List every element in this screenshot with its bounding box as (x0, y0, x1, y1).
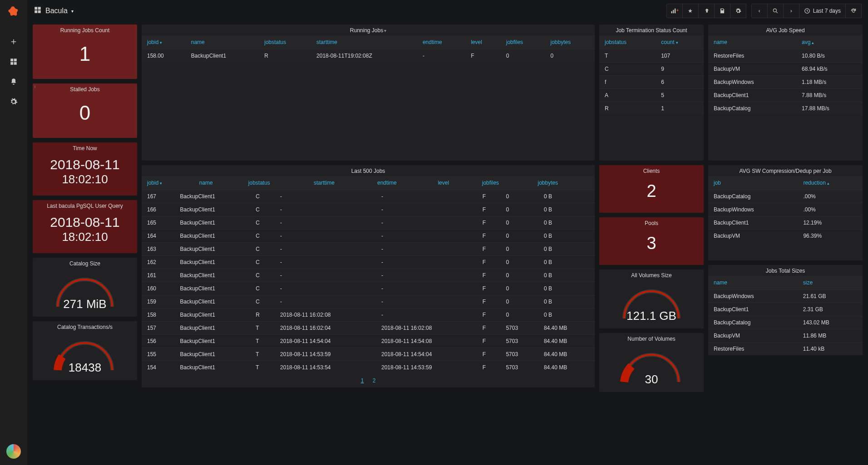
table-row[interactable]: BackupVM11.86 MB (708, 329, 863, 343)
table-row[interactable]: 160BackupClient1C--F00 B (142, 282, 595, 295)
col-size[interactable]: size (798, 276, 863, 290)
panel-title[interactable]: Running Jobs Count (33, 24, 137, 35)
table-row[interactable]: BackupClient17.88 MB/s (708, 89, 863, 102)
nav-settings-icon[interactable] (0, 92, 27, 112)
settings-button[interactable] (730, 4, 746, 18)
table-row[interactable]: BackupCatalog17.88 MB/s (708, 102, 863, 115)
table-row[interactable]: RestoreFiles10.80 B/s (708, 49, 863, 63)
panel-title[interactable]: All Volumes Size (599, 269, 704, 280)
col-jobbytes[interactable]: jobbytes (545, 35, 595, 49)
page-1[interactable]: 1 (357, 377, 368, 384)
add-panel-button[interactable]: + (666, 4, 683, 18)
table-row[interactable]: BackupWindows.00% (708, 203, 863, 216)
table-row[interactable]: 154BackupClient1T2018-08-11 14:53:542018… (142, 361, 595, 374)
panel-title[interactable]: Job Termination Status Count (599, 24, 704, 35)
col-name[interactable]: name (708, 35, 796, 49)
zoom-out-button[interactable] (767, 4, 784, 18)
panel-title[interactable]: AVG SW Compression/Dedup per Job (708, 165, 863, 176)
table-row[interactable]: 158.00BackupClient1R2018-08-11T19:02:08Z… (142, 49, 595, 63)
cell-starttime: - (275, 256, 376, 269)
col-starttime[interactable]: starttime (311, 35, 417, 49)
table-row[interactable]: 167BackupClient1C--F00 B (142, 190, 595, 203)
panel-title[interactable]: Jobs Total Sizes (708, 265, 863, 276)
cell-starttime: - (275, 243, 376, 256)
table-row[interactable]: 155BackupClient1T2018-08-11 14:53:592018… (142, 348, 595, 361)
panel-title[interactable]: Running Jobs▾ (142, 24, 595, 35)
panel-running-jobs: Running Jobs▾ jobid▾ name jobstatus star… (142, 24, 595, 161)
table-row[interactable]: BackupCatalog.00% (708, 190, 863, 203)
table-row[interactable]: 156BackupClient1T2018-08-11 14:54:042018… (142, 335, 595, 348)
panel-title[interactable]: AVG Job Speed (708, 24, 863, 35)
info-icon[interactable]: i (35, 84, 35, 89)
time-back-button[interactable]: ‹ (751, 4, 768, 18)
col-job[interactable]: job (708, 176, 798, 190)
table-row[interactable]: 166BackupClient1C--F00 B (142, 203, 595, 216)
table-row[interactable]: RestoreFiles11.40 kB (708, 343, 863, 356)
chevron-down-icon: ▾ (71, 9, 74, 14)
col-jobbytes[interactable]: jobbytes (533, 176, 595, 190)
user-avatar[interactable] (6, 444, 21, 459)
col-level[interactable]: level (465, 35, 501, 49)
save-button[interactable] (714, 4, 730, 18)
panel-title[interactable]: Catalog Transactions/s (33, 321, 137, 332)
share-button[interactable] (698, 4, 715, 18)
cell-level: F (477, 348, 501, 361)
table-row[interactable]: 162BackupClient1C--F00 B (142, 256, 595, 269)
table-row[interactable]: A5 (599, 89, 704, 102)
table-row[interactable]: 165BackupClient1C--F00 B (142, 216, 595, 230)
col-name[interactable]: name (186, 35, 259, 49)
dashboard-picker[interactable]: Bacula ▾ (34, 6, 74, 16)
table-row[interactable]: 159BackupClient1C--F00 B (142, 295, 595, 308)
table-row[interactable]: BackupClient12.31 GB (708, 303, 863, 316)
table-row[interactable]: 158BackupClient1R2018-08-11 16:02:08-F00… (142, 308, 595, 322)
table-row[interactable]: BackupClient112.19% (708, 216, 863, 230)
table-row[interactable]: 157BackupClient1T2018-08-11 16:02:042018… (142, 322, 595, 335)
col-name[interactable]: name (708, 276, 798, 290)
col-jobfiles[interactable]: jobfiles (477, 176, 533, 190)
table-row[interactable]: BackupWindows1.18 MB/s (708, 76, 863, 89)
table-row[interactable]: T107 (599, 49, 704, 63)
grafana-logo-icon[interactable] (7, 5, 20, 18)
col-starttime[interactable]: starttime (308, 176, 372, 190)
nav-alerts-icon[interactable] (0, 72, 27, 92)
col-level[interactable]: level (432, 176, 476, 190)
col-jobstatus[interactable]: jobstatus (243, 176, 308, 190)
panel-title[interactable]: Time Now (33, 142, 137, 153)
col-jobid[interactable]: jobid▾ (142, 35, 186, 49)
table-row[interactable]: R1 (599, 102, 704, 115)
col-name[interactable]: name (194, 176, 243, 190)
panel-title[interactable]: Pools (599, 217, 704, 228)
time-forward-button[interactable]: › (783, 4, 799, 18)
panel-title[interactable]: Clients (599, 165, 704, 176)
col-endtime[interactable]: endtime (372, 176, 432, 190)
nav-dashboards-icon[interactable] (0, 52, 27, 72)
table-row[interactable]: C9 (599, 63, 704, 76)
col-count[interactable]: count▾ (656, 35, 704, 49)
star-button[interactable]: ★ (682, 4, 699, 18)
col-avg[interactable]: avg▴ (796, 35, 863, 49)
page-2[interactable]: 2 (369, 377, 380, 384)
col-jobid[interactable]: jobid▾ (142, 176, 194, 190)
table-row[interactable]: BackupWindows21.61 GB (708, 290, 863, 303)
nav-add-icon[interactable] (0, 32, 27, 52)
col-endtime[interactable]: endtime (417, 35, 465, 49)
table-row[interactable]: f6 (599, 76, 704, 89)
table-row[interactable]: BackupVM96.39% (708, 230, 863, 243)
cell-name: RestoreFiles (708, 343, 798, 356)
panel-title[interactable]: Number of Volumes (599, 333, 704, 344)
panel-title[interactable]: Last 500 Jobs (142, 165, 595, 176)
panel-title[interactable]: Last bacula PgSQL User Query (33, 200, 137, 211)
col-reduction[interactable]: reduction▴ (798, 176, 863, 190)
panel-title[interactable]: Stalled Jobs (33, 83, 137, 94)
table-row[interactable]: 164BackupClient1C--F00 B (142, 230, 595, 243)
table-row[interactable]: 161BackupClient1C--F00 B (142, 269, 595, 282)
col-jobstatus[interactable]: jobstatus (259, 35, 311, 49)
col-jobstatus[interactable]: jobstatus (599, 35, 656, 49)
col-jobfiles[interactable]: jobfiles (501, 35, 545, 49)
panel-title[interactable]: Catalog Size (33, 258, 137, 269)
time-range-picker[interactable]: Last 7 days (799, 4, 846, 18)
table-row[interactable]: 163BackupClient1C--F00 B (142, 243, 595, 256)
refresh-button[interactable] (845, 4, 862, 18)
table-row[interactable]: BackupVM68.94 kB/s (708, 63, 863, 76)
table-row[interactable]: BackupCatalog143.02 MB (708, 316, 863, 329)
